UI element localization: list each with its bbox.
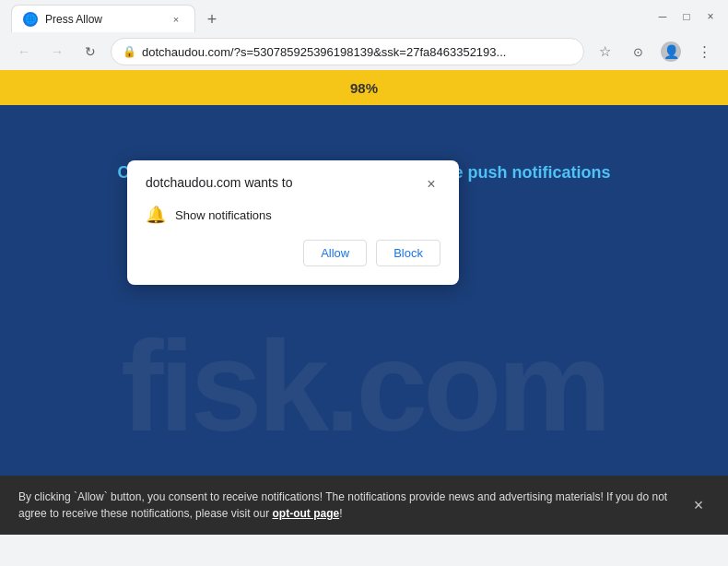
reload-button[interactable]: ↻ bbox=[77, 39, 103, 65]
browser-tab[interactable]: 🌐 Press Allow × bbox=[11, 5, 195, 32]
back-button[interactable]: ← bbox=[11, 39, 37, 65]
profile-avatar: 👤 bbox=[661, 41, 681, 62]
tab-title: Press Allow bbox=[45, 13, 161, 26]
watermark-text: fisk.com bbox=[121, 312, 607, 461]
title-bar: 🌐 Press Allow × + ─ □ × bbox=[0, 0, 728, 33]
banner-text-start: By clicking `Allow` button, you consent … bbox=[18, 490, 667, 520]
browser-window: 🌐 Press Allow × + ─ □ × ← → ↻ 🔒 dotchaud… bbox=[0, 0, 728, 566]
address-bar: ← → ↻ 🔒 dotchaudou.com/?s=53078592539619… bbox=[0, 33, 728, 70]
downloads-icon: ⊙ bbox=[633, 45, 643, 59]
minimize-button[interactable]: ─ bbox=[656, 10, 669, 23]
banner-close-button[interactable]: × bbox=[687, 494, 710, 516]
popup-actions: Allow Block bbox=[146, 240, 440, 266]
progress-text: 98% bbox=[350, 80, 378, 96]
opt-out-link[interactable]: opt-out page bbox=[272, 507, 339, 520]
lock-icon: 🔒 bbox=[123, 45, 136, 58]
tab-close-button[interactable]: × bbox=[169, 12, 183, 27]
allow-button[interactable]: Allow bbox=[303, 240, 367, 266]
popup-header: dotchaudou.com wants to × bbox=[146, 175, 440, 194]
bookmark-button[interactable]: ☆ bbox=[592, 39, 617, 65]
downloads-button[interactable]: ⊙ bbox=[625, 39, 651, 65]
bottom-banner: By clicking `Allow` button, you consent … bbox=[0, 476, 728, 535]
popup-close-button[interactable]: × bbox=[422, 175, 440, 194]
menu-button[interactable]: ⋮ bbox=[691, 39, 717, 65]
new-tab-button[interactable]: + bbox=[199, 6, 225, 32]
profile-button[interactable]: 👤 bbox=[658, 39, 684, 65]
bell-icon: 🔔 bbox=[146, 205, 166, 225]
window-controls: ─ □ × bbox=[656, 10, 717, 23]
permission-popup: dotchaudou.com wants to × 🔔 Show notific… bbox=[127, 160, 459, 285]
maximize-button[interactable]: □ bbox=[680, 10, 693, 23]
permission-label: Show notifications bbox=[175, 208, 272, 222]
block-button[interactable]: Block bbox=[376, 240, 440, 266]
tab-favicon: 🌐 bbox=[23, 12, 38, 27]
close-window-button[interactable]: × bbox=[704, 10, 717, 23]
forward-button[interactable]: → bbox=[44, 39, 70, 65]
page-content: fisk.com 98% Click the «Allow» button to… bbox=[0, 70, 728, 535]
tab-bar: 🌐 Press Allow × + bbox=[11, 1, 649, 32]
permission-row: 🔔 Show notifications bbox=[146, 205, 440, 225]
url-text: dotchaudou.com/?s=530785925396198139&ssk… bbox=[142, 45, 572, 59]
bottom-banner-text: By clicking `Allow` button, you consent … bbox=[18, 489, 673, 522]
url-bar[interactable]: 🔒 dotchaudou.com/?s=530785925396198139&s… bbox=[111, 38, 584, 65]
popup-title: dotchaudou.com wants to bbox=[146, 175, 293, 190]
progress-bar-container: 98% bbox=[0, 70, 728, 105]
banner-text-end: ! bbox=[339, 507, 342, 520]
